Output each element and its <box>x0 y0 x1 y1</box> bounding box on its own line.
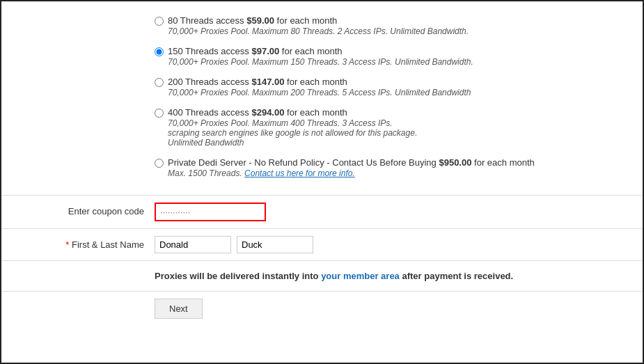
info-row: Proxies will be delivered instantly into… <box>1 260 643 291</box>
plan-title-private: Private Dedi Server - No Refund Policy -… <box>168 157 535 168</box>
plan-text-private: Private Dedi Server - No Refund Policy -… <box>168 157 535 178</box>
plan-option-private[interactable]: Private Dedi Server - No Refund Policy -… <box>155 157 629 178</box>
plan-radio-150[interactable] <box>155 47 164 56</box>
plans-section: 80 Threads access $59.00 for each month … <box>1 8 643 195</box>
plan-radio-400[interactable] <box>155 109 164 118</box>
plan-text-150: 150 Threads access $97.00 for each month… <box>168 46 473 67</box>
plan-title-150: 150 Threads access $97.00 for each month <box>168 46 473 56</box>
plan-title-200: 200 Threads access $147.00 for each mont… <box>168 77 471 87</box>
plan-option-80[interactable]: 80 Threads access $59.00 for each month … <box>155 15 629 36</box>
plan-text-400: 400 Threads access $294.00 for each mont… <box>168 107 417 148</box>
plan-radio-private[interactable] <box>155 159 164 168</box>
contact-link[interactable]: Contact us here for more info. <box>244 168 355 178</box>
plan-radio-80[interactable] <box>155 17 164 26</box>
required-star: * <box>65 239 69 250</box>
plan-text-200: 200 Threads access $147.00 for each mont… <box>168 77 471 97</box>
name-row: * First & Last Name <box>1 228 643 260</box>
plan-desc-400: 70,000+ Proxies Pool. Maximum 400 Thread… <box>168 118 417 148</box>
plan-desc-150: 70,000+ Proxies Pool. Maximum 150 Thread… <box>168 57 473 67</box>
plan-radio-200[interactable] <box>155 78 164 87</box>
name-label: * First & Last Name <box>15 236 155 250</box>
plan-title-400: 400 Threads access $294.00 for each mont… <box>168 107 417 118</box>
coupon-row: Enter coupon code <box>1 195 643 228</box>
plan-desc-80: 70,000+ Proxies Pool. Maximum 80 Threads… <box>168 26 469 36</box>
plan-option-400[interactable]: 400 Threads access $294.00 for each mont… <box>155 107 629 148</box>
next-button[interactable]: Next <box>155 299 203 319</box>
member-area-link[interactable]: your member area <box>321 271 400 281</box>
page-container: 80 Threads access $59.00 for each month … <box>0 0 644 364</box>
plan-title-80: 80 Threads access $59.00 for each month <box>168 15 469 26</box>
plan-desc-private: Max. 1500 Threads. Contact us here for m… <box>168 168 535 178</box>
plan-option-200[interactable]: 200 Threads access $147.00 for each mont… <box>155 77 629 97</box>
plan-desc-200: 70,000+ Proxies Pool. Maximum 200 Thread… <box>168 88 471 97</box>
coupon-input[interactable] <box>155 203 266 221</box>
coupon-label: Enter coupon code <box>15 203 155 216</box>
next-row: Next <box>1 291 643 326</box>
plan-option-150[interactable]: 150 Threads access $97.00 for each month… <box>155 46 629 67</box>
info-text: Proxies will be delivered instantly into… <box>155 271 513 281</box>
last-name-input[interactable] <box>237 236 313 253</box>
plan-text-80: 80 Threads access $59.00 for each month … <box>168 15 469 36</box>
first-name-input[interactable] <box>155 236 231 253</box>
name-inputs <box>155 236 313 253</box>
